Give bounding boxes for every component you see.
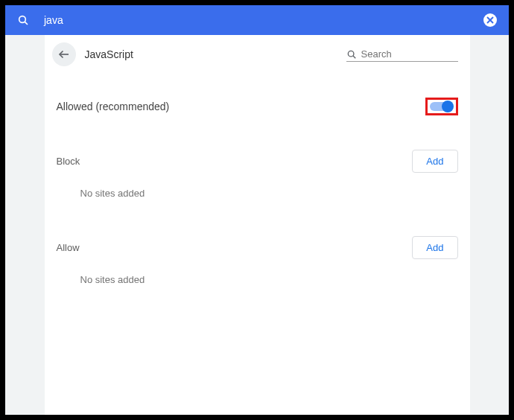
close-search-button[interactable] xyxy=(483,13,497,27)
block-title: Block xyxy=(57,156,413,167)
block-add-button[interactable]: Add xyxy=(412,150,457,173)
panel-search-placeholder: Search xyxy=(361,48,392,60)
svg-point-5 xyxy=(348,51,354,57)
page-title: JavaScript xyxy=(85,48,133,60)
allowed-row: Allowed (recommended) xyxy=(45,87,470,126)
top-search-bar: java xyxy=(5,5,509,35)
allow-title: Allow xyxy=(57,242,413,253)
top-search-query[interactable]: java xyxy=(44,14,483,26)
allow-empty-text: No sites added xyxy=(45,270,470,299)
back-button[interactable] xyxy=(52,42,76,66)
arrow-left-icon xyxy=(57,48,71,61)
allowed-toggle[interactable] xyxy=(430,102,452,111)
search-icon xyxy=(346,49,357,60)
allowed-label: Allowed (recommended) xyxy=(57,101,425,112)
search-icon xyxy=(17,14,29,26)
allow-section-header: Allow Add xyxy=(45,226,470,270)
app-frame: java JavaScript xyxy=(5,5,509,415)
content-wrap: JavaScript Search Allowed (recommended) xyxy=(5,35,509,415)
settings-panel: JavaScript Search Allowed (recommended) xyxy=(45,35,470,415)
block-empty-text: No sites added xyxy=(45,183,470,212)
allow-add-button[interactable]: Add xyxy=(412,236,457,259)
svg-line-1 xyxy=(25,22,28,25)
toggle-knob xyxy=(442,101,454,112)
panel-header: JavaScript Search xyxy=(45,35,470,74)
highlight-box xyxy=(425,98,458,115)
close-icon xyxy=(486,16,494,24)
svg-point-0 xyxy=(19,16,26,23)
block-section-header: Block Add xyxy=(45,139,470,183)
svg-line-6 xyxy=(353,56,355,58)
panel-search-input[interactable]: Search xyxy=(346,47,458,62)
